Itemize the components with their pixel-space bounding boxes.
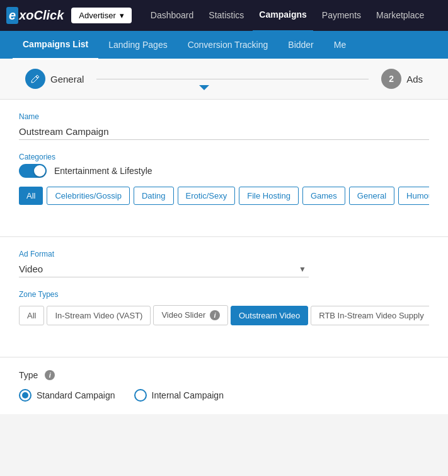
radio-standard-inner bbox=[22, 392, 28, 398]
tag-erotic[interactable]: Erotic/Sexy bbox=[178, 187, 236, 205]
step-ads: 2 Ads bbox=[381, 69, 423, 89]
toggle-label: Entertainment & Lifestyle bbox=[54, 166, 152, 176]
type-header: Type i bbox=[19, 370, 429, 380]
zone-types-buttons: All In-Stream Video (VAST) Video Slider … bbox=[19, 305, 429, 325]
radio-standard[interactable]: Standard Campaign bbox=[19, 389, 115, 402]
advertiser-button[interactable]: Advertiser ▾ bbox=[71, 8, 132, 23]
name-field-group: Name bbox=[19, 112, 429, 140]
main-content: General 2 Ads Name Categories Entertai bbox=[0, 59, 448, 414]
tag-dating[interactable]: Dating bbox=[134, 187, 174, 205]
categories-group: Categories Entertainment & Lifestyle All… bbox=[19, 153, 429, 205]
tag-all[interactable]: All bbox=[19, 187, 43, 205]
type-label: Type bbox=[19, 370, 38, 380]
subnav-landing-pages[interactable]: Landing Pages bbox=[98, 31, 177, 59]
step-line bbox=[96, 79, 369, 79]
name-input[interactable] bbox=[19, 124, 429, 140]
form-area: Name Categories Entertainment & Lifestyl… bbox=[0, 100, 448, 230]
step-ads-circle: 2 bbox=[381, 69, 401, 89]
ad-format-section: Ad Format Video Banner Native Pop Under … bbox=[0, 250, 448, 351]
subnav-me[interactable]: Me bbox=[324, 31, 356, 59]
zone-types-label: Zone Types bbox=[19, 290, 429, 299]
radio-internal-label: Internal Campaign bbox=[152, 390, 224, 400]
step-general-circle bbox=[25, 69, 45, 89]
type-section: Type i Standard Campaign Internal Campai… bbox=[0, 370, 448, 414]
step-general-label: General bbox=[50, 74, 84, 84]
toggle-thumb bbox=[34, 165, 45, 177]
subnav-campaigns-list[interactable]: Campaigns List bbox=[13, 30, 98, 60]
toggle-switch[interactable] bbox=[19, 164, 47, 178]
zone-types-group: Zone Types All In-Stream Video (VAST) Vi… bbox=[19, 290, 429, 325]
ad-format-label: Ad Format bbox=[19, 250, 429, 258]
advertiser-label: Advertiser bbox=[79, 11, 116, 20]
top-nav: e xoClick Advertiser ▾ Dashboard Statist… bbox=[0, 0, 448, 31]
radio-internal-outer bbox=[134, 389, 147, 402]
steps-bar: General 2 Ads bbox=[0, 59, 448, 100]
radio-standard-outer bbox=[19, 389, 32, 402]
tag-humour[interactable]: Humour bbox=[398, 187, 429, 205]
nav-marketplace[interactable]: Marketplace bbox=[370, 0, 430, 31]
subnav-bidder[interactable]: Bidder bbox=[278, 31, 323, 59]
advertiser-arrow: ▾ bbox=[120, 11, 124, 20]
sub-nav: Campaigns List Landing Pages Conversion … bbox=[0, 31, 448, 59]
tag-celebrities[interactable]: Celebrities/Gossip bbox=[47, 187, 130, 205]
zone-btn-video-slider[interactable]: Video Slider i bbox=[153, 305, 228, 325]
zone-btn-in-stream[interactable]: In-Stream Video (VAST) bbox=[47, 306, 151, 325]
name-label: Name bbox=[19, 112, 429, 121]
zone-btn-rtb-in-stream[interactable]: RTB In-Stream Video Supply bbox=[311, 306, 429, 325]
zone-btn-all[interactable]: All bbox=[19, 306, 44, 325]
ad-format-select[interactable]: Video Banner Native Pop Under bbox=[19, 261, 309, 277]
nav-payments[interactable]: Payments bbox=[316, 0, 367, 31]
radio-internal[interactable]: Internal Campaign bbox=[134, 389, 224, 402]
type-info-icon[interactable]: i bbox=[45, 370, 55, 380]
category-tags: All Celebrities/Gossip Dating Erotic/Sex… bbox=[19, 187, 429, 205]
logo-text: xoClick bbox=[19, 8, 64, 23]
step-ads-label: Ads bbox=[406, 74, 423, 84]
tag-games[interactable]: Games bbox=[302, 187, 345, 205]
step-general: General bbox=[25, 69, 84, 89]
ad-format-select-wrapper: Video Banner Native Pop Under ▼ bbox=[19, 261, 309, 277]
nav-statistics[interactable]: Statistics bbox=[202, 0, 250, 31]
nav-campaigns[interactable]: Campaigns bbox=[253, 0, 313, 32]
radio-standard-label: Standard Campaign bbox=[37, 390, 115, 400]
video-slider-info-icon[interactable]: i bbox=[210, 310, 220, 320]
logo-e: e bbox=[6, 7, 18, 24]
zone-btn-outstream[interactable]: Outstream Video bbox=[231, 306, 308, 325]
sub-nav-arrow bbox=[199, 85, 209, 90]
tag-file-hosting[interactable]: File Hosting bbox=[239, 187, 299, 205]
logo: e xoClick bbox=[6, 7, 64, 24]
tag-general[interactable]: General bbox=[349, 187, 394, 205]
categories-label: Categories bbox=[19, 153, 429, 161]
subnav-conversion-tracking[interactable]: Conversion Tracking bbox=[178, 31, 279, 59]
svg-line-0 bbox=[36, 76, 38, 78]
nav-dashboard[interactable]: Dashboard bbox=[144, 0, 200, 31]
toggle-row: Entertainment & Lifestyle bbox=[19, 164, 429, 178]
radio-group: Standard Campaign Internal Campaign bbox=[19, 389, 429, 402]
section-divider-2 bbox=[0, 357, 448, 357]
section-divider-1 bbox=[0, 236, 448, 237]
ad-format-group: Ad Format Video Banner Native Pop Under … bbox=[19, 250, 429, 277]
